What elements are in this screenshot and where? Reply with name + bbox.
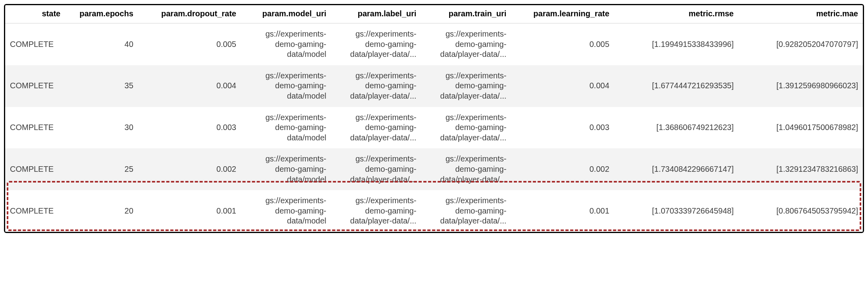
cell-model: gs://experiments-demo-gaming-data/model [241,148,331,190]
table-row[interactable]: COMPLETE 35 0.004 gs://experiments-demo-… [5,65,863,107]
table-row[interactable]: COMPLETE 30 0.003 gs://experiments-demo-… [5,107,863,149]
cell-epochs: 40 [65,23,138,65]
cell-model: gs://experiments-demo-gaming-data/model [241,190,331,232]
table-row[interactable]: COMPLETE 40 0.005 gs://experiments-demo-… [5,23,863,65]
cell-rmse: [1.0703339726645948] [614,190,739,232]
cell-lr: 0.004 [511,65,614,107]
col-dropout[interactable]: param.dropout_rate [138,5,241,23]
cell-model: gs://experiments-demo-gaming-data/model [241,107,331,149]
cell-epochs: 35 [65,65,138,107]
cell-state: COMPLETE [5,23,65,65]
cell-mae: [1.0496017500678982] [739,107,863,149]
cell-lr: 0.005 [511,23,614,65]
cell-label: gs://experiments-demo-gaming-data/player… [331,65,421,107]
cell-dropout: 0.003 [138,107,241,149]
cell-dropout: 0.001 [138,190,241,232]
cell-dropout: 0.005 [138,23,241,65]
cell-mae: [1.3291234783216863] [739,148,863,190]
cell-label: gs://experiments-demo-gaming-data/player… [331,107,421,149]
cell-rmse: [1.7340842296667147] [614,148,739,190]
col-mae[interactable]: metric.mae [739,5,863,23]
cell-model: gs://experiments-demo-gaming-data/model [241,65,331,107]
cell-lr: 0.002 [511,148,614,190]
cell-state: COMPLETE [5,148,65,190]
table-row[interactable]: COMPLETE 25 0.002 gs://experiments-demo-… [5,148,863,190]
table-row[interactable]: COMPLETE 20 0.001 gs://experiments-demo-… [5,190,863,232]
col-train-uri[interactable]: param.train_uri [421,5,511,23]
cell-label: gs://experiments-demo-gaming-data/player… [331,190,421,232]
col-epochs[interactable]: param.epochs [65,5,138,23]
cell-label: gs://experiments-demo-gaming-data/player… [331,148,421,190]
cell-mae: [1.3912596980966023] [739,65,863,107]
cell-train: gs://experiments-demo-gaming-data/player… [421,23,511,65]
col-learning-rate[interactable]: param.learning_rate [511,5,614,23]
cell-model: gs://experiments-demo-gaming-data/model [241,23,331,65]
cell-label: gs://experiments-demo-gaming-data/player… [331,23,421,65]
cell-rmse: [1.1994915338433996] [614,23,739,65]
cell-dropout: 0.002 [138,148,241,190]
table-body: COMPLETE 40 0.005 gs://experiments-demo-… [5,23,863,232]
cell-epochs: 25 [65,148,138,190]
cell-epochs: 20 [65,190,138,232]
cell-train: gs://experiments-demo-gaming-data/player… [421,190,511,232]
col-label-uri[interactable]: param.label_uri [331,5,421,23]
cell-rmse: [1.6774447216293535] [614,65,739,107]
cell-train: gs://experiments-demo-gaming-data/player… [421,148,511,190]
cell-state: COMPLETE [5,190,65,232]
experiments-table: state param.epochs param.dropout_rate pa… [5,5,863,232]
cell-rmse: [1.368606749212623] [614,107,739,149]
col-state[interactable]: state [5,5,65,23]
cell-mae: [0.8067645053795942] [739,190,863,232]
cell-lr: 0.003 [511,107,614,149]
cell-train: gs://experiments-demo-gaming-data/player… [421,65,511,107]
experiments-table-container: state param.epochs param.dropout_rate pa… [4,4,864,233]
cell-mae: [0.9282052047070797] [739,23,863,65]
col-model-uri[interactable]: param.model_uri [241,5,331,23]
cell-train: gs://experiments-demo-gaming-data/player… [421,107,511,149]
cell-state: COMPLETE [5,107,65,149]
cell-dropout: 0.004 [138,65,241,107]
col-rmse[interactable]: metric.rmse [614,5,739,23]
cell-lr: 0.001 [511,190,614,232]
cell-epochs: 30 [65,107,138,149]
table-header-row: state param.epochs param.dropout_rate pa… [5,5,863,23]
cell-state: COMPLETE [5,65,65,107]
